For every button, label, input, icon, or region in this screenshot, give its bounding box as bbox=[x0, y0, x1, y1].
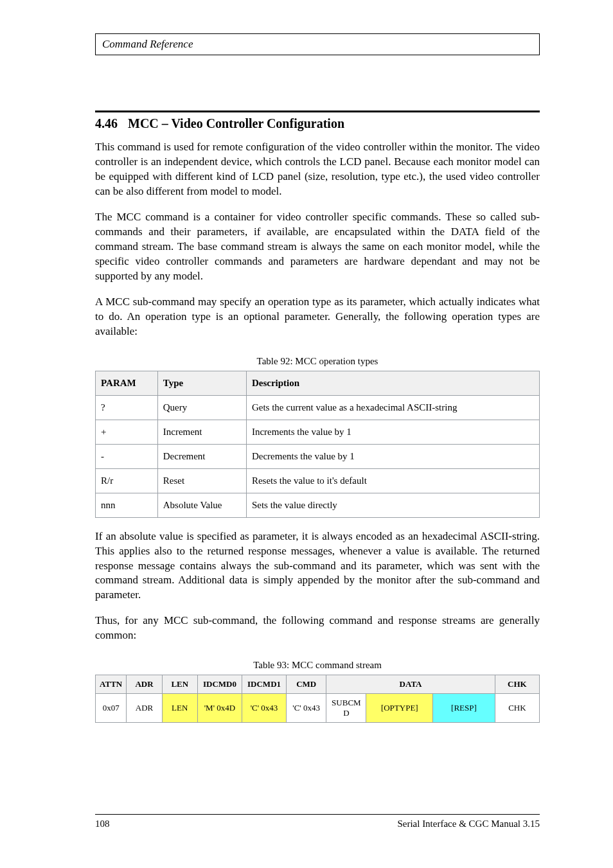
table-row: nnn Absolute Value Sets the value direct… bbox=[96, 493, 540, 517]
page-footer: 108 Serial Interface & CGC Manual 3.15 bbox=[95, 814, 540, 829]
page-header: Command Reference bbox=[95, 33, 540, 55]
ops-desc: Resets the value to it's default bbox=[246, 468, 539, 493]
doc-title: Serial Interface & CGC Manual 3.15 bbox=[397, 819, 540, 829]
ops-type: Increment bbox=[157, 420, 246, 444]
page-number: 108 bbox=[95, 819, 110, 829]
stream-h-adr: ADR bbox=[127, 675, 162, 694]
ops-table: PARAM Type Description ? Query Gets the … bbox=[95, 371, 540, 518]
ops-desc: Sets the value directly bbox=[246, 493, 539, 517]
stream-h-data: DATA bbox=[326, 675, 495, 694]
stream-cmd: 'C' 0x43 bbox=[287, 694, 326, 723]
stream-resp: [RESP] bbox=[433, 694, 495, 723]
stream-row: 0x07 ADR LEN 'M' 0x4D 'C' 0x43 'C' 0x43 … bbox=[96, 694, 540, 723]
ops-type: Reset bbox=[157, 468, 246, 493]
ops-desc: Decrements the value by 1 bbox=[246, 444, 539, 468]
header-title: Command Reference bbox=[102, 38, 193, 50]
stream-len: LEN bbox=[162, 694, 197, 723]
paragraph-1: This command is used for remote configur… bbox=[95, 140, 540, 199]
stream-h-id0: IDCMD0 bbox=[197, 675, 242, 694]
stream-h-len: LEN bbox=[162, 675, 197, 694]
stream-table: ATTN ADR LEN IDCMD0 IDCMD1 CMD DATA CHK … bbox=[95, 675, 540, 723]
table-row: + Increment Increments the value by 1 bbox=[96, 420, 540, 444]
ops-desc: Increments the value by 1 bbox=[246, 420, 539, 444]
stream-header-row: ATTN ADR LEN IDCMD0 IDCMD1 CMD DATA CHK bbox=[96, 675, 540, 694]
ops-param: ? bbox=[96, 395, 158, 420]
ops-header-row: PARAM Type Description bbox=[96, 371, 540, 395]
ops-type: Decrement bbox=[157, 444, 246, 468]
stream-h-chk: CHK bbox=[495, 675, 539, 694]
stream-table-caption: Table 93: MCC command stream bbox=[95, 660, 540, 671]
paragraph-5: Thus, for any MCC sub-command, the follo… bbox=[95, 614, 540, 643]
ops-param: - bbox=[96, 444, 158, 468]
stream-sub: SUBCMD bbox=[326, 694, 366, 723]
section-title-block: 4.46 MCC – Video Controller Configuratio… bbox=[95, 111, 540, 131]
paragraph-4: If an absolute value is specified as par… bbox=[95, 529, 540, 603]
stream-h-cmd: CMD bbox=[287, 675, 326, 694]
stream-h-attn: ATTN bbox=[96, 675, 127, 694]
ops-type: Query bbox=[157, 395, 246, 420]
section-number: 4.46 bbox=[95, 116, 118, 131]
stream-attn: 0x07 bbox=[96, 694, 127, 723]
ops-desc: Gets the current value as a hexadecimal … bbox=[246, 395, 539, 420]
stream-h-id1: IDCMD1 bbox=[242, 675, 286, 694]
paragraph-2: The MCC command is a container for video… bbox=[95, 210, 540, 284]
ops-type: Absolute Value bbox=[157, 493, 246, 517]
table-row: - Decrement Decrements the value by 1 bbox=[96, 444, 540, 468]
ops-param: + bbox=[96, 420, 158, 444]
ops-h-param: PARAM bbox=[96, 371, 158, 395]
stream-adr: ADR bbox=[127, 694, 162, 723]
section-title: MCC – Video Controller Configuration bbox=[128, 116, 344, 131]
ops-param: R/r bbox=[96, 468, 158, 493]
ops-h-type: Type bbox=[157, 371, 246, 395]
table-row: ? Query Gets the current value as a hexa… bbox=[96, 395, 540, 420]
stream-id1: 'C' 0x43 bbox=[242, 694, 286, 723]
table-row: R/r Reset Resets the value to it's defau… bbox=[96, 468, 540, 493]
ops-table-caption: Table 92: MCC operation types bbox=[95, 356, 540, 367]
stream-chk: CHK bbox=[495, 694, 539, 723]
stream-optype: [OPTYPE] bbox=[366, 694, 433, 723]
ops-param: nnn bbox=[96, 493, 158, 517]
ops-h-desc: Description bbox=[246, 371, 539, 395]
stream-id0: 'M' 0x4D bbox=[197, 694, 242, 723]
paragraph-3: A MCC sub-command may specify an operati… bbox=[95, 295, 540, 339]
